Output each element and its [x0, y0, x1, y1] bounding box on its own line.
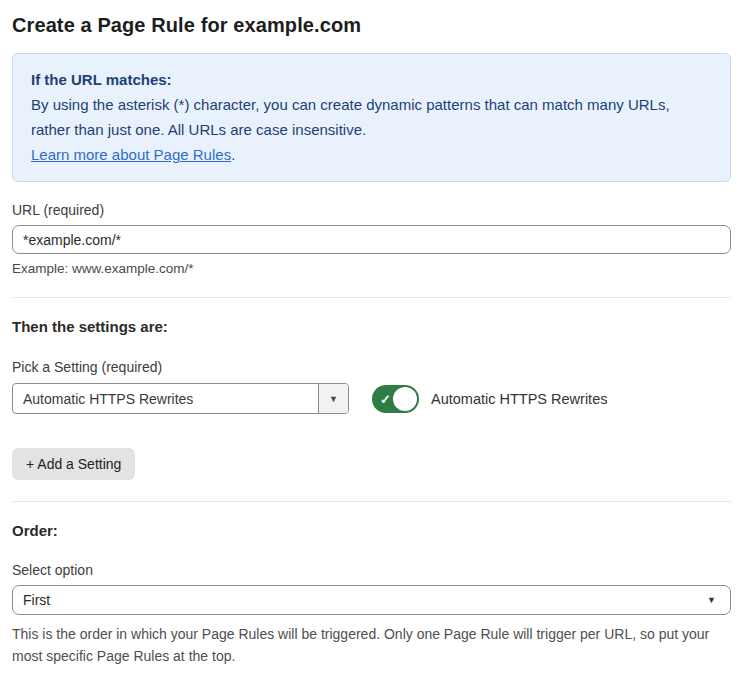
- setting-dropdown-button[interactable]: ▼: [318, 384, 348, 413]
- order-section-heading: Order:: [12, 522, 731, 539]
- url-match-info-box: If the URL matches: By using the asteris…: [12, 53, 731, 182]
- chevron-down-icon: ▼: [329, 394, 338, 404]
- order-select-label: Select option: [12, 562, 731, 578]
- url-field-label: URL (required): [12, 202, 731, 218]
- add-setting-button[interactable]: + Add a Setting: [12, 448, 135, 480]
- setting-dropdown[interactable]: Automatic HTTPS Rewrites ▼: [12, 383, 349, 414]
- page-title: Create a Page Rule for example.com: [12, 14, 731, 37]
- order-helper-text: This is the order in which your Page Rul…: [12, 623, 731, 667]
- create-page-rule-form: Create a Page Rule for example.com If th…: [0, 0, 743, 686]
- pick-setting-label: Pick a Setting (required): [12, 359, 731, 375]
- settings-section-heading: Then the settings are:: [12, 318, 731, 335]
- divider: [12, 297, 731, 298]
- url-example-helper: Example: www.example.com/*: [12, 261, 731, 276]
- divider: [12, 501, 731, 502]
- learn-more-link[interactable]: Learn more about Page Rules: [31, 146, 231, 163]
- setting-row: Automatic HTTPS Rewrites ▼ ✓ Automatic H…: [12, 383, 731, 414]
- order-select[interactable]: First ▼: [12, 585, 731, 615]
- check-icon: ✓: [380, 392, 391, 405]
- info-box-link-line: Learn more about Page Rules.: [31, 142, 712, 167]
- info-box-body: By using the asterisk (*) character, you…: [31, 92, 712, 142]
- toggle-knob: [393, 387, 417, 411]
- setting-dropdown-value: Automatic HTTPS Rewrites: [13, 384, 318, 413]
- order-select-value: First: [23, 592, 50, 608]
- info-box-heading: If the URL matches:: [31, 67, 712, 92]
- url-input[interactable]: [12, 225, 731, 254]
- chevron-down-icon: ▼: [707, 595, 716, 605]
- link-suffix: .: [231, 146, 235, 163]
- toggle-label: Automatic HTTPS Rewrites: [431, 391, 607, 407]
- https-rewrites-toggle[interactable]: ✓: [372, 385, 419, 413]
